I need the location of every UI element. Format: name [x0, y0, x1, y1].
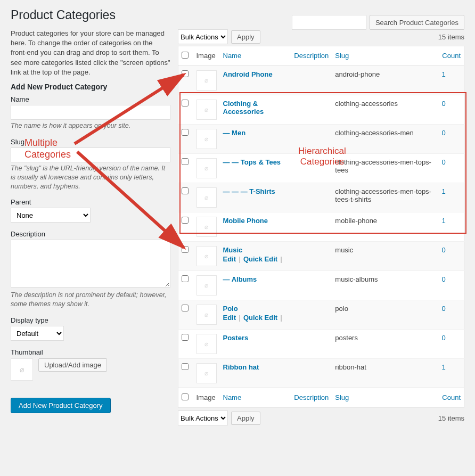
row-count-link[interactable]: 0: [442, 275, 446, 283]
row-checkbox[interactable]: [182, 305, 189, 311]
image-placeholder-icon: ⌀: [204, 106, 208, 113]
description-textarea[interactable]: [11, 240, 170, 288]
slug-input[interactable]: [11, 147, 170, 162]
apply-button-top[interactable]: Apply: [231, 30, 260, 44]
select-all-top[interactable]: [182, 52, 189, 59]
row-slug: mobile-phone: [332, 212, 438, 242]
thumbnail-label: Thumbnail: [11, 348, 170, 356]
col-name[interactable]: Name: [220, 46, 291, 66]
row-thumbnail: ⌀: [196, 70, 217, 91]
row-name-link[interactable]: Mobile Phone: [223, 217, 268, 225]
row-name-link[interactable]: Android Phone: [223, 70, 273, 78]
add-category-form: Add New Product Category Name The name i…: [11, 83, 170, 413]
image-placeholder-icon: ⌀: [20, 365, 24, 374]
row-thumbnail: ⌀: [196, 129, 217, 149]
image-placeholder-icon: ⌀: [204, 340, 208, 348]
row-count-link[interactable]: 1: [442, 187, 446, 195]
form-heading: Add New Product Category: [11, 83, 170, 91]
row-count-link[interactable]: 0: [442, 100, 446, 108]
row-checkbox[interactable]: [182, 100, 189, 106]
bulk-actions-select-top[interactable]: Bulk Actions: [178, 29, 228, 44]
description-label: Description: [11, 230, 170, 238]
row-count-link[interactable]: 0: [442, 334, 446, 342]
image-placeholder-icon: ⌀: [204, 135, 208, 143]
row-quick-edit-link[interactable]: Quick Edit: [243, 255, 277, 263]
table-row: ⌀ — — — T-Shirts clothing-accessories-me…: [178, 183, 464, 212]
row-checkbox[interactable]: [182, 363, 189, 370]
col-count[interactable]: Count: [439, 46, 464, 66]
parent-select[interactable]: None: [11, 208, 91, 223]
apply-button-bottom[interactable]: Apply: [231, 412, 260, 425]
select-all-bottom[interactable]: [182, 393, 189, 400]
table-row: ⌀ Polo Edit | Quick Edit | polo 0: [178, 300, 464, 330]
row-name-link[interactable]: Posters: [223, 334, 249, 342]
row-name-link[interactable]: Polo: [223, 305, 238, 313]
search-button[interactable]: Search Product Categories: [370, 15, 464, 30]
row-count-link[interactable]: 0: [442, 246, 446, 254]
row-count-link[interactable]: 1: [442, 363, 446, 371]
col-name-foot[interactable]: Name: [220, 388, 291, 408]
row-count-link[interactable]: 1: [442, 217, 446, 225]
row-thumbnail: ⌀: [196, 363, 217, 383]
row-description: [291, 271, 332, 300]
row-description: [291, 183, 332, 212]
add-category-button[interactable]: Add New Product Category: [11, 398, 111, 413]
row-name-link[interactable]: Clothing & Accessories: [223, 100, 264, 116]
name-label: Name: [11, 95, 170, 103]
row-count-link[interactable]: 0: [442, 129, 446, 137]
row-checkbox[interactable]: [182, 275, 189, 282]
row-checkbox[interactable]: [182, 70, 189, 77]
image-placeholder-icon: ⌀: [204, 282, 208, 289]
thumbnail-preview: ⌀: [11, 358, 33, 381]
row-name-link[interactable]: — Albums: [223, 275, 257, 283]
row-checkbox[interactable]: [182, 217, 189, 224]
col-slug-foot[interactable]: Slug: [332, 388, 438, 408]
row-thumbnail: ⌀: [196, 305, 217, 325]
row-description: [291, 125, 332, 154]
col-description-foot[interactable]: Description: [291, 388, 332, 408]
upload-image-button[interactable]: Upload/Add image: [38, 358, 107, 372]
row-name-link[interactable]: — Men: [223, 129, 246, 137]
table-row: ⌀ Music Edit | Quick Edit | music 0: [178, 242, 464, 271]
row-name-link[interactable]: — — Tops & Tees: [223, 158, 281, 166]
row-description: [291, 212, 332, 242]
description-hint: The description is not prominent by defa…: [11, 291, 170, 309]
row-quick-edit-link[interactable]: Quick Edit: [243, 314, 277, 322]
search-input[interactable]: [292, 15, 366, 30]
slug-label: Slug: [11, 138, 170, 146]
row-count-link[interactable]: 1: [442, 70, 446, 78]
items-count-top: 15 items: [438, 33, 464, 41]
row-thumbnail: ⌀: [196, 275, 217, 296]
col-slug[interactable]: Slug: [332, 46, 438, 66]
row-name-link[interactable]: Music: [223, 246, 243, 254]
row-name-link[interactable]: — — — T-Shirts: [223, 187, 275, 195]
row-checkbox[interactable]: [182, 187, 189, 194]
categories-table: Image Name Description Slug Count ⌀ Andr…: [178, 46, 464, 408]
row-thumbnail: ⌀: [196, 187, 217, 208]
row-count-link[interactable]: 0: [442, 305, 446, 313]
col-image-foot: Image: [193, 388, 220, 408]
row-checkbox[interactable]: [182, 129, 189, 136]
col-count-foot[interactable]: Count: [439, 388, 464, 408]
row-count-link[interactable]: 0: [442, 158, 446, 166]
row-slug: clothing-accessories: [332, 95, 438, 125]
table-row: ⌀ Android Phone android-phone 1: [178, 66, 464, 95]
row-edit-link[interactable]: Edit: [223, 314, 236, 322]
bulk-actions-select-bottom[interactable]: Bulk Actions: [178, 411, 228, 425]
row-checkbox[interactable]: [182, 158, 189, 165]
col-description[interactable]: Description: [291, 46, 332, 66]
image-placeholder-icon: ⌀: [204, 194, 208, 201]
row-name-link[interactable]: Ribbon hat: [223, 363, 259, 371]
row-thumbnail: ⌀: [196, 246, 217, 266]
name-input[interactable]: [11, 105, 170, 120]
parent-label: Parent: [11, 198, 170, 206]
row-checkbox[interactable]: [182, 334, 189, 341]
row-slug: music: [332, 242, 438, 271]
image-placeholder-icon: ⌀: [204, 77, 208, 84]
display-type-select[interactable]: Default: [11, 326, 64, 341]
row-description: [291, 66, 332, 95]
image-placeholder-icon: ⌀: [204, 370, 208, 377]
row-description: [291, 95, 332, 125]
row-edit-link[interactable]: Edit: [223, 255, 236, 263]
row-checkbox[interactable]: [182, 246, 189, 253]
